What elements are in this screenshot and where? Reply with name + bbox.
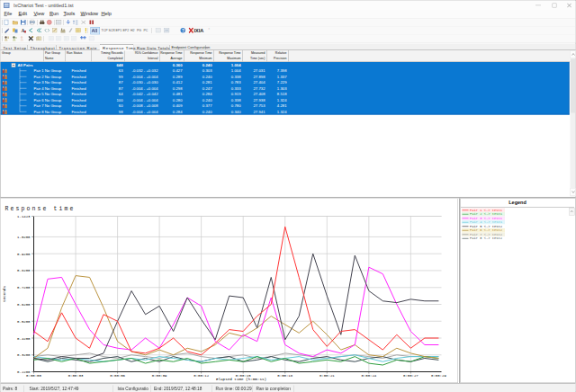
svg-text:0:00:21: 0:00:21	[320, 374, 335, 378]
svg-text:0:00:29: 0:00:29	[431, 374, 446, 378]
svg-text:Seconds: Seconds	[2, 286, 6, 302]
svg-text:0:00:27: 0:00:27	[403, 374, 418, 378]
svg-text:0:00:12: 0:00:12	[194, 374, 209, 378]
svg-text:0:00:00: 0:00:00	[26, 374, 41, 378]
svg-text:A: A	[22, 28, 25, 33]
svg-text:0.8200: 0.8200	[17, 269, 31, 272]
svg-text:0.6200: 0.6200	[17, 303, 31, 307]
svg-text:0:00:06: 0:00:06	[110, 374, 125, 378]
svg-text:0.5200: 0.5200	[17, 320, 31, 324]
svg-text:0.7200: 0.7200	[17, 286, 31, 290]
svg-text:1.0200: 1.0200	[17, 236, 31, 239]
svg-text:0:00:24: 0:00:24	[361, 374, 376, 378]
svg-text:0.3200: 0.3200	[17, 353, 31, 357]
svg-text:0.9200: 0.9200	[17, 253, 31, 256]
svg-text:IXIA: IXIA	[194, 28, 204, 33]
svg-text:0:00:18: 0:00:18	[277, 374, 292, 378]
svg-text:1.1423: 1.1423	[17, 215, 31, 218]
svg-text:Response time: Response time	[5, 206, 76, 212]
svg-text:?: ?	[182, 29, 184, 33]
svg-text:Elapsed time (h:mm:ss): Elapsed time (h:mm:ss)	[216, 377, 266, 381]
svg-text:®: ®	[209, 28, 211, 30]
svg-text:0:00:09: 0:00:09	[152, 374, 167, 378]
svg-text:0.4200: 0.4200	[17, 337, 31, 341]
svg-text:0:00:03: 0:00:03	[68, 374, 84, 378]
